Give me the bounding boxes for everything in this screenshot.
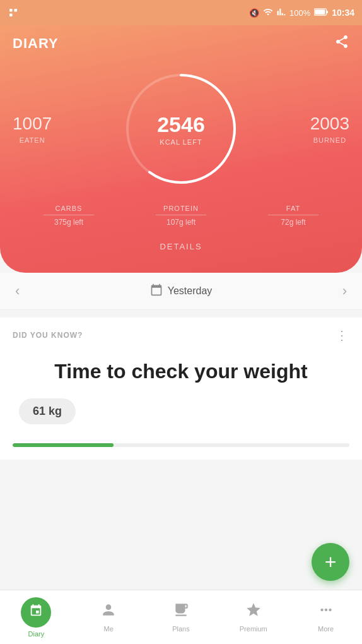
kcal-left-label: KCAL LEFT (160, 138, 202, 146)
status-left (8, 7, 19, 18)
nav-item-more[interactable]: More (289, 602, 362, 633)
macro-protein: PROTEIN 107g left (156, 205, 206, 227)
protein-label: PROTEIN (156, 205, 206, 215)
current-date[interactable]: Yesterday (150, 283, 213, 299)
macro-carbs: CARBS 375g left (44, 205, 94, 227)
carbs-amount: 375g left (54, 218, 83, 227)
battery-icon (314, 8, 328, 18)
fat-amount: 72g left (281, 218, 305, 227)
card-body: Time to check your weight 61 kg (13, 353, 349, 437)
plus-icon: + (325, 552, 337, 572)
svg-rect-5 (327, 10, 329, 13)
calendar-icon (150, 283, 163, 299)
svg-rect-4 (315, 9, 325, 15)
more-icon (318, 602, 334, 623)
calories-eaten: 1007 EATEN (13, 114, 52, 144)
calorie-ring-area: 1007 EATEN 2546 KCAL LEFT 2003 BURNED (0, 66, 362, 192)
top-bar: DIARY (0, 25, 362, 59)
me-icon (100, 602, 117, 623)
bottom-nav: Diary Me Plans Premium More (0, 590, 362, 644)
premium-label: Premium (240, 625, 267, 633)
macro-fat: FAT 72g left (268, 205, 318, 227)
nav-item-plans[interactable]: Plans (145, 602, 218, 633)
burned-label: BURNED (313, 136, 346, 144)
carbs-label: CARBS (44, 205, 94, 215)
add-fab-button[interactable]: + (312, 543, 349, 581)
calorie-ring: 2546 KCAL LEFT (118, 66, 244, 192)
weight-badge: 61 kg (19, 398, 76, 424)
protein-amount: 107g left (166, 218, 196, 227)
share-button[interactable] (334, 34, 349, 53)
status-right: 🔇 100% 10:34 (249, 7, 354, 19)
card-header: DID YOU KNOW? ⋮ (13, 328, 349, 343)
sim-icon (8, 7, 19, 18)
status-bar: 🔇 100% 10:34 (0, 0, 362, 25)
me-label: Me (104, 625, 114, 633)
mute-icon: 🔇 (249, 8, 259, 18)
premium-icon (245, 602, 262, 623)
next-day-button[interactable]: › (342, 283, 347, 299)
svg-rect-2 (15, 9, 18, 12)
calories-burned: 2003 BURNED (310, 114, 349, 144)
diary-label: Diary (28, 630, 45, 638)
progress-fill (13, 443, 114, 447)
burned-value: 2003 (310, 114, 349, 134)
date-label: Yesterday (168, 285, 213, 297)
plans-icon (173, 602, 189, 623)
macros-row: CARBS 375g left PROTEIN 107g left FAT 72… (0, 192, 362, 233)
more-label: More (318, 625, 334, 633)
date-nav: ‹ Yesterday › (0, 273, 362, 310)
battery-percent: 100% (289, 8, 310, 18)
diary-active-bg (21, 597, 51, 628)
wifi-icon (263, 7, 273, 19)
plans-label: Plans (172, 625, 190, 633)
kcal-left-value: 2546 (157, 112, 205, 137)
details-label: DETAILS (160, 242, 202, 251)
did-you-know-card: DID YOU KNOW? ⋮ Time to check your weigh… (0, 318, 362, 460)
nav-item-me[interactable]: Me (73, 602, 145, 633)
diary-title: DIARY (13, 35, 59, 52)
nav-item-diary[interactable]: Diary (0, 597, 73, 638)
time-display: 10:34 (332, 8, 354, 18)
details-row[interactable]: DETAILS (0, 233, 362, 254)
diary-icon (29, 604, 43, 621)
card-title: DID YOU KNOW? (13, 331, 83, 340)
prev-day-button[interactable]: ‹ (15, 283, 20, 299)
eaten-value: 1007 (13, 114, 52, 134)
progress-bar (13, 443, 349, 447)
svg-rect-1 (9, 14, 13, 17)
eaten-label: EATEN (20, 136, 45, 144)
nav-item-premium[interactable]: Premium (217, 602, 289, 633)
card-message: Time to check your weight (54, 359, 307, 383)
header-section: DIARY 1007 EATEN 2546 KCAL LEFT 2003 BUR… (0, 25, 362, 273)
fat-label: FAT (268, 205, 318, 215)
card-menu-button[interactable]: ⋮ (336, 328, 349, 343)
ring-center: 2546 KCAL LEFT (157, 112, 205, 146)
svg-rect-0 (9, 9, 13, 12)
signal-icon (277, 7, 286, 19)
